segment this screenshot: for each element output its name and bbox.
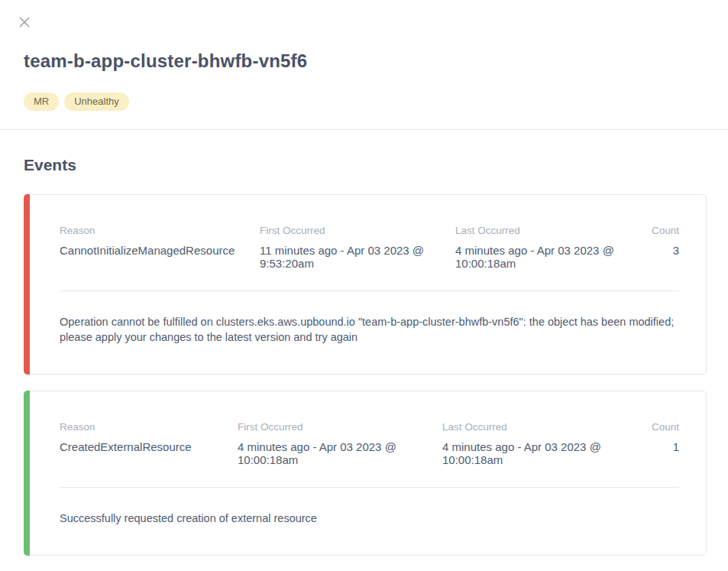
event-count: 1 [633,440,679,466]
resource-detail-panel: team-b-app-cluster-bhwfb-vn5f6 MR Unheal… [0,0,728,571]
event-message: Operation cannot be fulfilled on cluster… [60,314,679,345]
reason-column-header: Reason [60,421,238,440]
first-occurred-column-header: First Occurred [260,225,455,244]
event-reason: CreatedExternalResource [60,440,238,466]
event-message: Successfully requested creation of exter… [60,511,679,526]
event-last-occurred: 4 minutes ago - Apr 03 2023 @ 10:00:18am [442,440,633,466]
event-reason: CannotInitializeManagedResource [60,244,260,270]
event-severity-bar [24,194,30,375]
event-table: Reason First Occurred Last Occurred Coun… [60,225,679,270]
event-first-occurred: 11 minutes ago - Apr 03 2023 @ 9:53:20am [260,244,455,270]
events-section-title: Events [24,156,728,174]
reason-column-header: Reason [60,225,260,244]
count-column-header: Count [633,421,679,440]
event-severity-bar [24,391,30,556]
close-button[interactable] [18,15,31,29]
header-divider [0,129,728,130]
event-card-divider [60,487,679,488]
page-title: team-b-app-cluster-bhwfb-vn5f6 [0,0,728,72]
event-last-occurred: 4 minutes ago - Apr 03 2023 @ 10:00:18am [455,244,646,270]
close-icon [18,16,31,28]
event-card-success: Reason First Occurred Last Occurred Coun… [24,391,707,556]
health-status-badge: Unhealthy [64,92,129,111]
event-card-error: Reason First Occurred Last Occurred Coun… [24,194,707,375]
resource-kind-badge: MR [24,92,59,111]
first-occurred-column-header: First Occurred [238,421,442,440]
count-column-header: Count [646,225,679,244]
event-first-occurred: 4 minutes ago - Apr 03 2023 @ 10:00:18am [238,440,442,466]
event-card-divider [60,290,679,291]
badge-row: MR Unhealthy [24,92,728,111]
event-table: Reason First Occurred Last Occurred Coun… [60,421,679,466]
events-list: Reason First Occurred Last Occurred Coun… [24,194,707,556]
last-occurred-column-header: Last Occurred [442,421,633,440]
event-count: 3 [646,244,679,270]
last-occurred-column-header: Last Occurred [455,225,646,244]
